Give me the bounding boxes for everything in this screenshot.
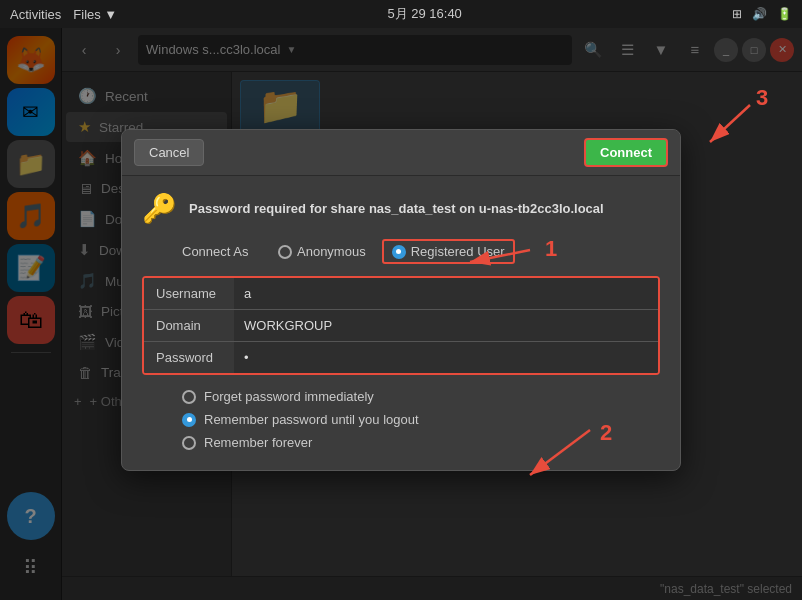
username-row: Username: [144, 278, 658, 310]
remember-forever-label: Remember forever: [204, 435, 312, 450]
fields-box: Username Domain Password: [142, 276, 660, 375]
system-bar: Activities Files ▼ 5月 29 16:40 ⊞ 🔊 🔋: [0, 0, 802, 28]
dialog-titlebar: Cancel Connect: [122, 130, 680, 176]
remember-until-logout-option[interactable]: Remember password until you logout: [182, 412, 660, 427]
dialog-body: 🔑 Password required for share nas_data_t…: [122, 176, 680, 470]
registered-user-option[interactable]: Registered User: [382, 239, 515, 264]
datetime-label: 5月 29 16:40: [387, 5, 461, 23]
sysbar-right: ⊞ 🔊 🔋: [732, 7, 792, 21]
registered-user-label: Registered User: [411, 244, 505, 259]
activities-label[interactable]: Activities: [10, 7, 61, 22]
anonymous-radio[interactable]: [278, 245, 292, 259]
network-icon: ⊞: [732, 7, 742, 21]
domain-input[interactable]: [234, 310, 658, 341]
remember-forever-option[interactable]: Remember forever: [182, 435, 660, 450]
connect-as-label: Connect As: [182, 244, 262, 259]
forget-label: Forget password immediately: [204, 389, 374, 404]
registered-user-radio[interactable]: [392, 245, 406, 259]
username-label: Username: [144, 278, 234, 309]
password-input[interactable]: [234, 342, 658, 373]
password-dialog: Cancel Connect 🔑 Password required for s…: [121, 129, 681, 471]
remember-logout-radio[interactable]: [182, 413, 196, 427]
connect-as-row: Connect As Anonymous Registered User: [182, 239, 660, 264]
connect-button[interactable]: Connect: [584, 138, 668, 167]
anonymous-option[interactable]: Anonymous: [278, 244, 366, 259]
forget-radio[interactable]: [182, 390, 196, 404]
domain-row: Domain: [144, 310, 658, 342]
svg-line-5: [710, 105, 750, 142]
anonymous-label: Anonymous: [297, 244, 366, 259]
sysbar-center: 5月 29 16:40: [387, 5, 461, 23]
key-icon: 🔑: [142, 192, 177, 225]
battery-icon: 🔋: [777, 7, 792, 21]
forget-password-option[interactable]: Forget password immediately: [182, 389, 660, 404]
files-menu-label[interactable]: Files ▼: [73, 7, 117, 22]
dialog-header: 🔑 Password required for share nas_data_t…: [142, 192, 660, 225]
password-options: Forget password immediately Remember pas…: [182, 389, 660, 450]
remember-logout-label: Remember password until you logout: [204, 412, 419, 427]
volume-icon: 🔊: [752, 7, 767, 21]
modal-overlay: Cancel Connect 🔑 Password required for s…: [0, 0, 802, 600]
svg-text:3: 3: [756, 85, 768, 110]
domain-label: Domain: [144, 310, 234, 341]
radio-group: Anonymous Registered User: [278, 239, 515, 264]
password-row: Password: [144, 342, 658, 373]
cancel-button[interactable]: Cancel: [134, 139, 204, 166]
sysbar-left: Activities Files ▼: [10, 7, 117, 22]
username-input[interactable]: [234, 278, 658, 309]
remember-forever-radio[interactable]: [182, 436, 196, 450]
password-label: Password: [144, 342, 234, 373]
dialog-title: Password required for share nas_data_tes…: [189, 201, 604, 216]
